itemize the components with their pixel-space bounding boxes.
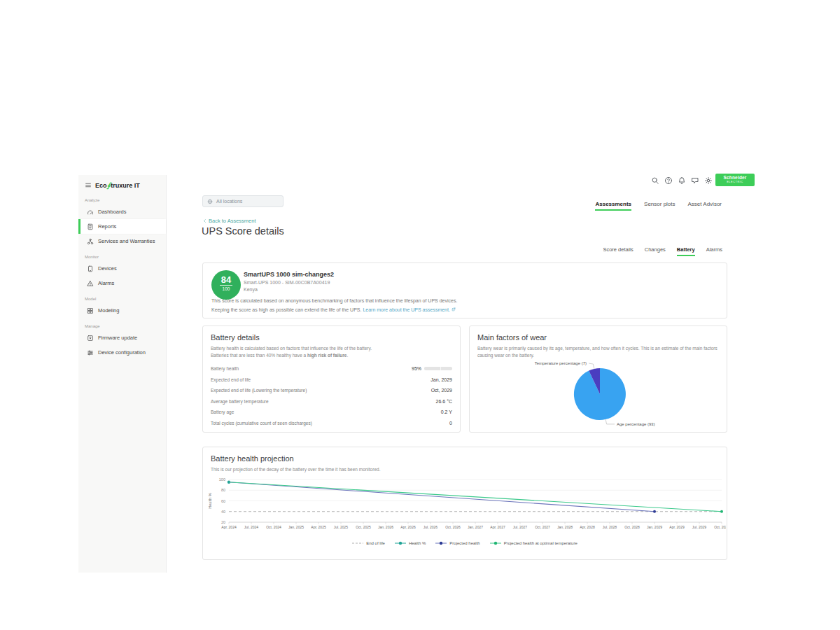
battery-details-rows: Battery health95%Expected end of lifeJan… (211, 363, 452, 428)
battery-row-average-battery-temperature: Average battery temperature26.6 °C (211, 396, 452, 407)
sidebar-item-device-configuration[interactable]: Device configuration (78, 345, 166, 360)
main-tabs: AssessmentsSensor plotsAsset Advisor (595, 201, 722, 211)
pie-label-age-percentage: Age percentage (93) (617, 422, 655, 426)
battery-row-value: 26.6 °C (436, 399, 452, 404)
tab-sensor-plots[interactable]: Sensor plots (644, 201, 675, 211)
battery-row-value: 95% (412, 366, 452, 371)
battery-row-value: Oct, 2029 (431, 388, 452, 393)
svg-text:Jul, 2025: Jul, 2025 (334, 525, 349, 529)
sidebar-header: Eco∮truxure IT (78, 175, 166, 192)
svg-text:80: 80 (221, 488, 225, 492)
tab-assessments[interactable]: Assessments (595, 201, 631, 211)
sidebar-item-label: Device configuration (98, 349, 146, 356)
series-projected-health-at-optimal-temperature (229, 482, 722, 512)
logo-text-rest: truxure IT (111, 182, 140, 189)
svg-text:Apr, 2028: Apr, 2028 (580, 525, 595, 529)
svg-text:Apr, 2029: Apr, 2029 (669, 525, 685, 529)
sidebar-section-monitor: Monitor (78, 248, 166, 261)
sidebar-section-model: Model (78, 290, 166, 303)
subtab-score-details[interactable]: Score details (603, 246, 633, 256)
learn-more-link[interactable]: Learn more about the UPS assessment. (363, 307, 456, 312)
sub-tabs: Score detailsChangesBatteryAlarms (603, 246, 722, 256)
score-badge: 84 100 (211, 270, 241, 300)
projection-title: Battery health projection (211, 454, 719, 463)
notifications-bell-icon[interactable] (678, 176, 686, 185)
svg-text:Oct, 2029: Oct, 2029 (714, 525, 726, 529)
schneider-logo-line1: Schneider (715, 175, 755, 181)
projection-line-chart: 10080604020Health %Apr, 2024Jul, 2024Oct… (205, 476, 727, 540)
battery-row-label: Average battery temperature (211, 399, 269, 404)
subtab-changes[interactable]: Changes (645, 246, 666, 256)
sidebar-nav: AnalyzeDashboardsReportsServices and War… (78, 192, 166, 360)
battery-details-title: Battery details (211, 333, 452, 342)
devices-icon (87, 265, 94, 272)
svg-text:Apr, 2024: Apr, 2024 (221, 525, 237, 529)
dashboards-icon (87, 209, 94, 216)
reports-icon (87, 223, 94, 230)
svg-text:Jan, 2029: Jan, 2029 (647, 525, 662, 529)
services-icon (87, 238, 94, 245)
svg-text:Health %: Health % (208, 493, 212, 508)
legend-item-projected-health: Projected health (435, 541, 479, 545)
battery-row-expected-end-of-life: Expected end of lifeJan, 2029 (211, 374, 452, 386)
battery-details-card: Battery details Battery health is calcul… (202, 326, 461, 433)
settings-gear-icon[interactable] (704, 176, 713, 185)
projection-header: Battery health projection This is our pr… (203, 454, 727, 473)
external-link-icon (451, 307, 456, 312)
score-max: 100 (220, 285, 232, 292)
back-link[interactable]: Back to Assessment (202, 218, 256, 224)
sidebar-item-services-and-warranties[interactable]: Services and Warranties (78, 234, 166, 248)
battery-row-value-text: 0.2 Y (441, 410, 452, 414)
search-icon[interactable] (651, 176, 659, 185)
alarms-icon (87, 280, 94, 287)
tab-asset-advisor[interactable]: Asset Advisor (688, 201, 722, 211)
help-icon[interactable] (664, 176, 673, 185)
sidebar-item-label: Modeling (98, 307, 119, 314)
sidebar-item-alarms[interactable]: Alarms (78, 276, 166, 290)
sidebar-item-modeling[interactable]: Modeling (78, 303, 166, 318)
projection-description: This is our projection of the decay of t… (211, 466, 719, 473)
sidebar-item-label: Services and Warranties (98, 238, 155, 244)
hamburger-menu-icon[interactable] (85, 182, 92, 188)
subtab-battery[interactable]: Battery (677, 246, 695, 256)
sidebar-item-devices[interactable]: Devices (78, 261, 166, 276)
device-location: Kenya (244, 287, 334, 292)
projection-card: Battery health projection This is our pr… (202, 447, 727, 560)
device-meta: SmartUPS 1000 sim-changes2 Smart-UPS 100… (244, 271, 334, 292)
battery-row-label: Battery health (211, 366, 239, 371)
legend-label: Projected health (449, 541, 479, 545)
sidebar-item-reports[interactable]: Reports (78, 219, 166, 234)
wear-description: Battery wear is primarily caused by its … (477, 345, 719, 359)
feedback-icon[interactable] (691, 176, 699, 185)
sidebar-item-label: Dashboards (98, 209, 126, 215)
battery-row-value-text: Jan, 2029 (430, 377, 452, 382)
subtab-alarms[interactable]: Alarms (706, 246, 722, 256)
svg-text:Oct, 2025: Oct, 2025 (356, 525, 371, 529)
wear-pie-chart: Age percentage (93)Temperature percentag… (470, 326, 728, 433)
battery-row-value-text: 95% (412, 366, 421, 371)
svg-text:40: 40 (221, 510, 225, 514)
series-marker-projected-health (653, 510, 656, 513)
svg-text:Jul, 2027: Jul, 2027 (513, 525, 528, 529)
battery-desc-line2-prefix: Batteries that are less than 40% healthy… (211, 353, 307, 358)
sidebar-item-dashboards[interactable]: Dashboards (78, 204, 166, 219)
legend-label: Projected health at optimal temperature (504, 541, 578, 545)
svg-text:Jul, 2024: Jul, 2024 (244, 525, 259, 529)
series-marker-projected-health-at-optimal-temperature (720, 510, 723, 513)
schneider-logo[interactable]: Schneider ELECTRIC (715, 174, 755, 186)
sidebar-item-label: Alarms (98, 280, 114, 286)
battery-row-total-cycles-cumulative-count-of-seen-discharges: Total cycles (cumulative count of seen d… (211, 418, 452, 429)
device-model: Smart-UPS 1000 - SIM-00C0B7A00419 (244, 280, 334, 285)
battery-row-label: Battery age (211, 410, 234, 414)
battery-desc-line1: Battery health is calculated based on fa… (211, 346, 372, 351)
score-value: 84 (211, 275, 241, 284)
location-filter-label: All locations (216, 199, 242, 204)
battery-row-label: Total cycles (cumulative count of seen d… (211, 421, 312, 426)
location-filter[interactable]: All locations (202, 195, 284, 207)
battery-row-value-text: 0 (449, 421, 452, 426)
chevron-left-icon (202, 218, 207, 223)
battery-details-description: Battery health is calculated based on fa… (211, 345, 452, 359)
score-card: 84 100 SmartUPS 1000 sim-changes2 Smart-… (202, 262, 727, 318)
pie-slice-age-percentage (574, 368, 626, 420)
sidebar-item-firmware-update[interactable]: Firmware update (78, 330, 166, 345)
